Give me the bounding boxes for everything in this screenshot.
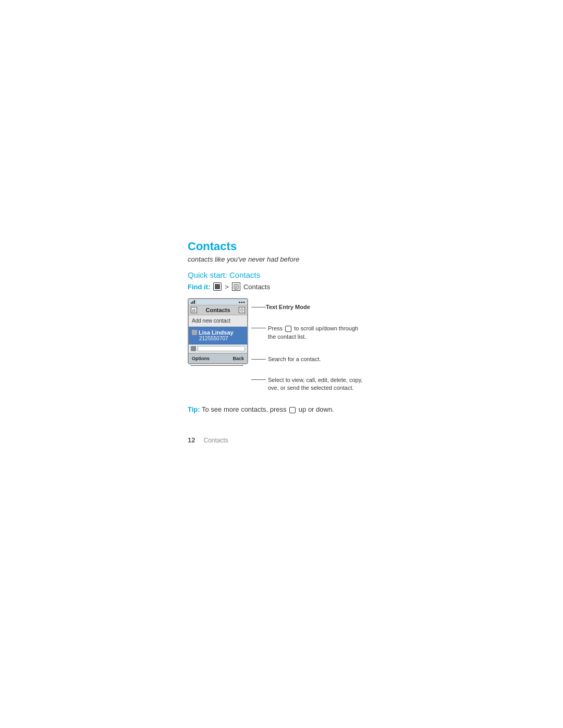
section-subtitle: contacts like you've never had before bbox=[188, 255, 480, 263]
annotation-line-4 bbox=[251, 379, 266, 380]
annotation-text-entry-bold: Text Entry Mode bbox=[266, 304, 310, 310]
annotation-text-entry-label: Text Entry Mode bbox=[266, 303, 310, 311]
phone-header: Contacts bbox=[189, 305, 247, 315]
header-edit-icon bbox=[191, 307, 197, 313]
search-row bbox=[189, 344, 247, 353]
search-icon bbox=[191, 346, 196, 351]
section-title: Contacts bbox=[188, 240, 480, 253]
svg-rect-4 bbox=[192, 310, 195, 312]
find-it-path: Contacts bbox=[243, 283, 270, 291]
header-icon-right bbox=[239, 307, 245, 313]
options-button[interactable]: Options bbox=[192, 356, 210, 361]
annotation-line-1 bbox=[251, 307, 266, 307]
status-text: ●●● bbox=[238, 300, 245, 304]
page-number: 12 bbox=[188, 436, 195, 444]
tip-label: Tip: bbox=[188, 405, 200, 413]
find-it-label: Find it: bbox=[188, 283, 210, 291]
menu-nav-icon bbox=[213, 282, 222, 291]
annotation-search: Search for a contact. bbox=[251, 355, 363, 363]
add-new-contact-label: Add new contact bbox=[192, 318, 230, 324]
annotation-select: Select to view, call, edit, delete, copy… bbox=[251, 376, 363, 392]
contact-name: Lisa Lindsay bbox=[192, 329, 244, 336]
back-button[interactable]: Back bbox=[232, 356, 244, 361]
find-it-row: Find it: > Contacts bbox=[188, 282, 480, 291]
svg-marker-5 bbox=[194, 309, 195, 310]
annotation-line-2 bbox=[251, 328, 266, 328]
annotation-select-text: Select to view, call, edit, delete, copy… bbox=[268, 376, 363, 392]
annotation-scroll: Press to scroll up/down through the cont… bbox=[251, 325, 363, 341]
contact-phone-number: 2125550707 bbox=[192, 336, 244, 341]
tip-nav-btn-icon bbox=[289, 407, 296, 413]
header-icons-right bbox=[239, 307, 245, 313]
svg-rect-0 bbox=[234, 285, 238, 289]
contact-name-label: Lisa Lindsay bbox=[199, 329, 234, 336]
contact-row-selected: Lisa Lindsay 2125550707 bbox=[189, 327, 247, 344]
page-label: Contacts bbox=[203, 437, 228, 444]
annotation-text-entry: Text Entry Mode bbox=[251, 303, 363, 311]
contact-avatar-icon bbox=[192, 330, 197, 335]
phone-status-bar: ●●● bbox=[189, 299, 247, 305]
phone-footer: Options Back bbox=[189, 353, 247, 363]
annotation-search-text: Search for a contact. bbox=[268, 355, 321, 363]
arrow-separator: > bbox=[225, 283, 229, 291]
quick-start-label: Quick start: Contacts bbox=[188, 270, 480, 279]
scroll-nav-btn-icon bbox=[285, 326, 291, 332]
page-number-section: 12 Contacts bbox=[188, 436, 480, 444]
tip-text2: up or down. bbox=[299, 405, 334, 413]
phone-header-title: Contacts bbox=[197, 307, 239, 313]
phone-mockup: ●●● Contacts bbox=[188, 298, 248, 366]
annotation-col: Text Entry Mode Press to scroll up/down … bbox=[248, 298, 363, 392]
signal-bars bbox=[191, 300, 197, 304]
annotation-scroll-text: Press to scroll up/down through the cont… bbox=[268, 325, 363, 341]
bottom-bracket bbox=[191, 365, 248, 366]
header-icons-left bbox=[191, 307, 197, 313]
search-input[interactable] bbox=[198, 346, 245, 351]
contacts-nav-icon bbox=[232, 282, 240, 291]
annotation-line-3 bbox=[251, 359, 266, 360]
tip-section: Tip: To see more contacts, press up or d… bbox=[188, 404, 480, 415]
phone-annotation-wrapper: ●●● Contacts bbox=[188, 298, 480, 392]
scroll-press-label: Press bbox=[268, 325, 283, 331]
phone-screen: ●●● Contacts bbox=[188, 298, 248, 364]
tip-text: To see more contacts, press bbox=[202, 405, 287, 413]
add-new-contact-row: Add new contact bbox=[189, 315, 247, 327]
